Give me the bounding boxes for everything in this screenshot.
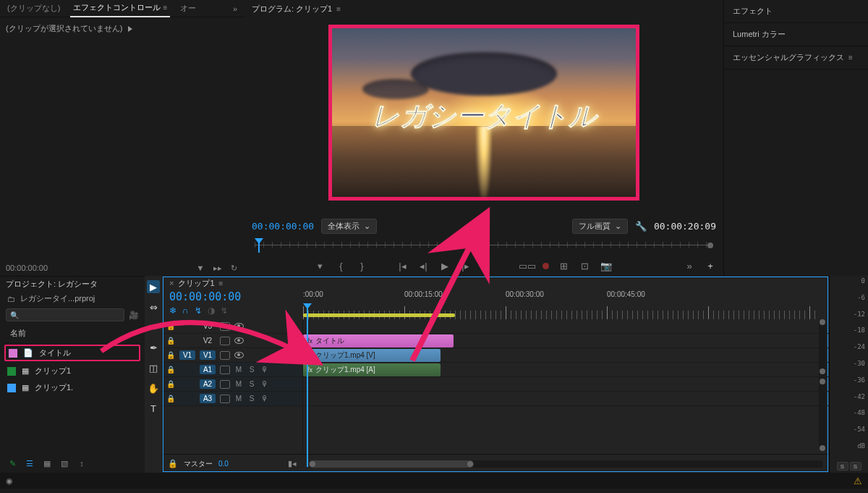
tool-4[interactable]: ◫: [147, 361, 160, 374]
panel-lumetri[interactable]: Lumetri カラー: [724, 23, 868, 46]
lock-icon[interactable]: 🔒: [166, 366, 175, 374]
solo-icon[interactable]: S: [247, 366, 256, 374]
step-fwd-icon[interactable]: |▸: [460, 260, 472, 271]
marker-toggle[interactable]: ◑: [208, 306, 215, 316]
sync-lock-icon[interactable]: [220, 366, 230, 374]
panel-effects[interactable]: エフェクト: [724, 0, 868, 23]
solo-right[interactable]: S: [850, 462, 861, 471]
lock-icon[interactable]: 🔒: [168, 459, 178, 469]
mute-icon[interactable]: M: [234, 366, 243, 374]
track-header-V2[interactable]: 🔒 V2: [162, 334, 302, 348]
lock-icon[interactable]: 🔒: [166, 322, 175, 330]
tool-3[interactable]: ✒: [147, 341, 160, 354]
snap-toggle[interactable]: ❄: [169, 306, 176, 316]
voice-icon[interactable]: 🎙: [260, 366, 269, 374]
quality-dropdown[interactable]: フル画質 ⌄: [572, 219, 628, 234]
tool-5[interactable]: ✋: [147, 382, 160, 395]
meter-icon[interactable]: ▮◂: [287, 459, 297, 469]
timeline-v-scrollbar[interactable]: [819, 319, 826, 451]
mute-icon[interactable]: M: [234, 395, 243, 403]
sort-icon[interactable]: ↕: [77, 458, 87, 468]
eye-icon[interactable]: [234, 323, 244, 329]
track-target[interactable]: V1: [200, 350, 216, 360]
mark-out-icon[interactable]: }: [357, 260, 368, 271]
program-scrub-bar[interactable]: [255, 238, 713, 254]
lock-icon[interactable]: 🔒: [166, 337, 175, 345]
tool-1[interactable]: ⇔: [147, 300, 160, 313]
timeline-clip[interactable]: fxクリップ1.mp4 [A]: [303, 363, 441, 376]
track-lane[interactable]: [303, 319, 829, 334]
link-toggle[interactable]: ↯: [195, 306, 202, 316]
tool-6[interactable]: T: [147, 402, 160, 415]
track-target[interactable]: A2: [200, 379, 216, 389]
tab-audio[interactable]: オー: [177, 0, 199, 17]
track-lane[interactable]: [303, 377, 829, 392]
track-header-V3[interactable]: 🔒 V3: [162, 319, 302, 334]
project-item[interactable]: 📄 タイトル: [4, 345, 140, 361]
tab-effect-controls[interactable]: エフェクトコントロール ≡: [70, 0, 170, 17]
sync-lock-icon[interactable]: [220, 351, 230, 360]
goto-out-icon[interactable]: ▸|: [481, 260, 493, 271]
creative-cloud-icon[interactable]: ◉: [6, 476, 13, 486]
sync-lock-icon[interactable]: [220, 322, 230, 331]
solo-icon[interactable]: S: [247, 380, 256, 389]
lock-icon[interactable]: 🔒: [166, 380, 175, 388]
project-item[interactable]: ▦ クリップ1.: [0, 379, 145, 396]
wrench-toggle[interactable]: ↯: [221, 306, 228, 316]
lift-icon[interactable]: ▭▭: [522, 260, 533, 271]
bin-icon[interactable]: 🗀: [6, 294, 16, 304]
sync-lock-icon[interactable]: [220, 337, 230, 345]
overflow-icon[interactable]: »: [684, 260, 695, 271]
voice-icon[interactable]: 🎙: [260, 380, 269, 389]
eye-icon[interactable]: [234, 337, 244, 344]
track-header-A1[interactable]: 🔒 A1 MS🎙: [162, 363, 302, 377]
timeline-ruler[interactable]: :00:0000:00:15:0000:00:30:0000:00:45:00: [303, 290, 829, 319]
mark-in-icon[interactable]: {: [336, 260, 347, 271]
track-header-A2[interactable]: 🔒 A2 MS🎙: [162, 377, 302, 392]
icon-view-icon[interactable]: ▦: [42, 458, 52, 468]
insert-icon[interactable]: ⊞: [558, 260, 570, 271]
overwrite-icon[interactable]: ⊡: [579, 260, 591, 271]
track-lane[interactable]: [303, 392, 829, 406]
program-monitor[interactable]: レガシータイトル: [328, 25, 639, 201]
loop-icon[interactable]: ↻: [229, 263, 239, 273]
track-target[interactable]: V3: [200, 321, 216, 331]
add-marker-icon[interactable]: ▾: [315, 260, 326, 271]
tool-2[interactable]: ✂: [147, 321, 160, 334]
program-timecode-in[interactable]: 00:00:00:00: [252, 221, 314, 232]
master-level[interactable]: 0.0: [218, 460, 229, 468]
panel-essential-graphics[interactable]: エッセンシャルグラフィックス ≡: [724, 46, 868, 69]
track-lane[interactable]: fxクリップ1.mp4 [V]: [303, 348, 829, 363]
list-view-icon[interactable]: ☰: [25, 458, 35, 468]
close-icon[interactable]: ×: [169, 279, 174, 287]
mute-icon[interactable]: M: [234, 380, 243, 389]
timeline-clip[interactable]: fxクリップ1.mp4 [V]: [303, 349, 441, 362]
play-button[interactable]: ▶: [439, 260, 451, 271]
sync-lock-icon[interactable]: [220, 380, 230, 389]
track-header-V1[interactable]: 🔒 V1 V1: [162, 348, 302, 363]
tool-0[interactable]: ▶: [147, 280, 160, 293]
source-patch[interactable]: V1: [179, 350, 195, 360]
track-lane[interactable]: fxタイトル: [303, 334, 829, 348]
project-search-input[interactable]: 🔍: [6, 308, 124, 321]
warning-icon[interactable]: ⚠: [854, 476, 862, 486]
timeline-h-scrollbar[interactable]: [309, 460, 823, 468]
record-icon[interactable]: [542, 263, 549, 269]
work-area-bar[interactable]: [303, 313, 455, 317]
freeform-view-icon[interactable]: ▧: [59, 458, 69, 468]
project-column-name[interactable]: 名前: [0, 324, 145, 343]
step-icon[interactable]: ▸▸: [213, 263, 223, 273]
export-frame-icon[interactable]: 📷: [600, 260, 612, 271]
solo-left[interactable]: S: [837, 462, 848, 471]
solo-icon[interactable]: S: [247, 395, 256, 403]
lock-icon[interactable]: 🔒: [166, 351, 175, 359]
wrench-icon[interactable]: 🔧: [635, 221, 647, 232]
funnel-icon[interactable]: ▼: [195, 263, 205, 273]
track-target[interactable]: V2: [200, 336, 216, 345]
eye-icon[interactable]: [234, 352, 244, 358]
zoom-dropdown[interactable]: 全体表示 ⌄: [321, 219, 377, 234]
timeline-clip[interactable]: fxタイトル: [303, 334, 454, 347]
pencil-icon[interactable]: ✎: [7, 458, 17, 468]
voice-icon[interactable]: 🎙: [260, 395, 269, 403]
timeline-timecode[interactable]: 00:00:00:00: [169, 290, 296, 303]
